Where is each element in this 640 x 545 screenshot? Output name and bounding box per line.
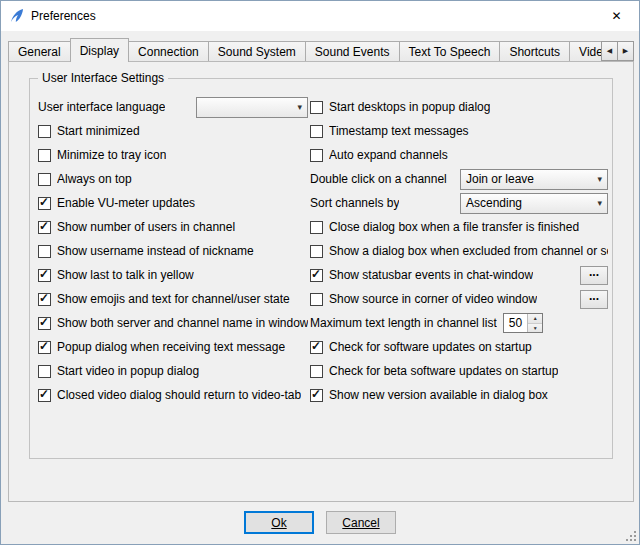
tab-scroll-left-button[interactable]: ◀ — [601, 41, 618, 61]
statusbar-events-row[interactable]: Show statusbar events in chat-window ... — [310, 263, 608, 287]
checkbox-row-user-count[interactable]: Show number of users in channel — [38, 215, 308, 239]
checkbox-row-video-return[interactable]: Closed video dialog should return to vid… — [38, 383, 308, 407]
language-select[interactable]: ▾ — [196, 97, 308, 118]
checkbox[interactable] — [38, 365, 51, 378]
resize-grip-icon[interactable] — [624, 529, 638, 543]
checkbox-row-popup-text[interactable]: Popup dialog when receiving text message — [38, 335, 308, 359]
checkbox-label: Show source in corner of video window — [329, 292, 537, 306]
checkbox-label: Check for software updates on startup — [329, 340, 532, 354]
left-column: User interface language ▾ Start minimize… — [38, 95, 308, 407]
checkbox-row-last-talk-yellow[interactable]: Show last to talk in yellow — [38, 263, 308, 287]
checkbox-row-excluded-dialog[interactable]: Show a dialog box when excluded from cha… — [310, 239, 608, 263]
checkbox[interactable] — [310, 245, 323, 258]
checkbox[interactable] — [310, 149, 323, 162]
checkbox-row-timestamp[interactable]: Timestamp text messages — [310, 119, 608, 143]
cancel-button[interactable]: Cancel — [326, 511, 396, 534]
checkbox[interactable] — [310, 269, 323, 282]
spinner-value: 50 — [504, 314, 527, 332]
video-source-more-button[interactable]: ... — [580, 290, 608, 309]
checkbox-label: Show username instead of nickname — [57, 244, 254, 258]
titlebar[interactable]: Preferences ✕ — [1, 1, 639, 31]
checkbox-row-start-minimized[interactable]: Start minimized — [38, 119, 308, 143]
spin-up-button[interactable]: ▲ — [528, 314, 542, 324]
checkbox-label: Show a dialog box when excluded from cha… — [329, 244, 608, 258]
tab-general[interactable]: General — [8, 41, 71, 61]
tab-shortcuts[interactable]: Shortcuts — [499, 41, 570, 61]
checkbox[interactable] — [38, 149, 51, 162]
tab-display[interactable]: Display — [70, 38, 129, 62]
checkbox-row-new-version[interactable]: Show new version available in dialog box — [310, 383, 608, 407]
arrow-right-icon: ▶ — [623, 47, 628, 55]
checkbox-row-username[interactable]: Show username instead of nickname — [38, 239, 308, 263]
tab-connection[interactable]: Connection — [128, 41, 209, 61]
checkbox-row-file-transfer[interactable]: Close dialog box when a file transfer is… — [310, 215, 608, 239]
sort-channels-select[interactable]: Ascending ▾ — [460, 193, 608, 214]
checkbox[interactable] — [38, 317, 51, 330]
checkbox-label: Show number of users in channel — [57, 220, 235, 234]
checkbox-row-video-popup[interactable]: Start video in popup dialog — [38, 359, 308, 383]
checkbox-row-window-title[interactable]: Show both server and channel name in win… — [38, 311, 308, 335]
checkbox-row-vu-meter[interactable]: Enable VU-meter updates — [38, 191, 308, 215]
max-text-length-spinner[interactable]: 50 ▲ ▼ — [503, 313, 543, 333]
video-source-row[interactable]: Show source in corner of video window ..… — [310, 287, 608, 311]
checkbox-label: Show statusbar events in chat-window — [329, 268, 533, 282]
checkbox[interactable] — [310, 389, 323, 402]
tab-sound-events[interactable]: Sound Events — [305, 41, 400, 61]
tab-scroll-right-button[interactable]: ▶ — [617, 41, 634, 61]
right-column: Start desktops in popup dialog Timestamp… — [310, 95, 608, 407]
checkbox[interactable] — [38, 293, 51, 306]
checkbox-label: Always on top — [57, 172, 132, 186]
checkbox[interactable] — [310, 125, 323, 138]
window-title: Preferences — [31, 9, 96, 23]
checkbox-label: Enable VU-meter updates — [57, 196, 195, 210]
arrow-down-icon: ▼ — [533, 325, 538, 331]
checkbox-label: Show last to talk in yellow — [57, 268, 194, 282]
checkbox[interactable] — [310, 293, 323, 306]
checkbox-row-updates[interactable]: Check for software updates on startup — [310, 335, 608, 359]
max-text-length-label: Maximum text length in channel list — [310, 316, 497, 330]
close-button[interactable]: ✕ — [594, 1, 639, 31]
max-text-length-row: Maximum text length in channel list 50 ▲… — [310, 311, 608, 335]
checkbox-row-minimize-tray[interactable]: Minimize to tray icon — [38, 143, 308, 167]
checkbox-label: Start desktops in popup dialog — [329, 100, 490, 114]
ok-button[interactable]: Ok — [244, 511, 314, 534]
language-label: User interface language — [38, 100, 165, 114]
double-click-row: Double click on a channel Join or leave … — [310, 167, 608, 191]
checkbox[interactable] — [38, 269, 51, 282]
language-row: User interface language ▾ — [38, 95, 308, 119]
checkbox[interactable] — [310, 365, 323, 378]
checkbox[interactable] — [38, 221, 51, 234]
checkbox-row-auto-expand[interactable]: Auto expand channels — [310, 143, 608, 167]
double-click-value: Join or leave — [466, 172, 534, 186]
checkbox-label: Minimize to tray icon — [57, 148, 166, 162]
tab-text-to-speech[interactable]: Text To Speech — [399, 41, 501, 61]
checkbox[interactable] — [38, 197, 51, 210]
checkbox-label: Show both server and channel name in win… — [57, 316, 308, 330]
checkbox-row-always-on-top[interactable]: Always on top — [38, 167, 308, 191]
checkbox-label: Close dialog box when a file transfer is… — [329, 220, 579, 234]
close-icon: ✕ — [611, 9, 621, 23]
checkbox[interactable] — [310, 221, 323, 234]
checkbox[interactable] — [38, 173, 51, 186]
checkbox-row-beta-updates[interactable]: Check for beta software updates on start… — [310, 359, 608, 383]
checkbox[interactable] — [310, 341, 323, 354]
checkbox[interactable] — [38, 389, 51, 402]
group-title: User Interface Settings — [38, 71, 168, 85]
statusbar-events-more-button[interactable]: ... — [580, 266, 608, 285]
checkbox-label: Closed video dialog should return to vid… — [57, 388, 301, 402]
checkbox-row-desktop-popup[interactable]: Start desktops in popup dialog — [310, 95, 608, 119]
checkbox-label: Start minimized — [57, 124, 140, 138]
double-click-select[interactable]: Join or leave ▾ — [460, 169, 608, 190]
checkbox[interactable] — [38, 245, 51, 258]
checkbox-row-emojis[interactable]: Show emojis and text for channel/user st… — [38, 287, 308, 311]
checkbox[interactable] — [310, 101, 323, 114]
checkbox[interactable] — [38, 125, 51, 138]
double-click-label: Double click on a channel — [310, 172, 447, 186]
arrow-left-icon: ◀ — [607, 47, 612, 55]
checkbox[interactable] — [38, 341, 51, 354]
display-tab-pane: User Interface Settings User interface l… — [8, 61, 634, 502]
user-interface-settings-group: User Interface Settings User interface l… — [29, 78, 613, 459]
tab-scroll-control: ◀ ▶ — [602, 41, 634, 61]
spin-down-button[interactable]: ▼ — [528, 324, 542, 333]
tab-sound-system[interactable]: Sound System — [208, 41, 306, 61]
